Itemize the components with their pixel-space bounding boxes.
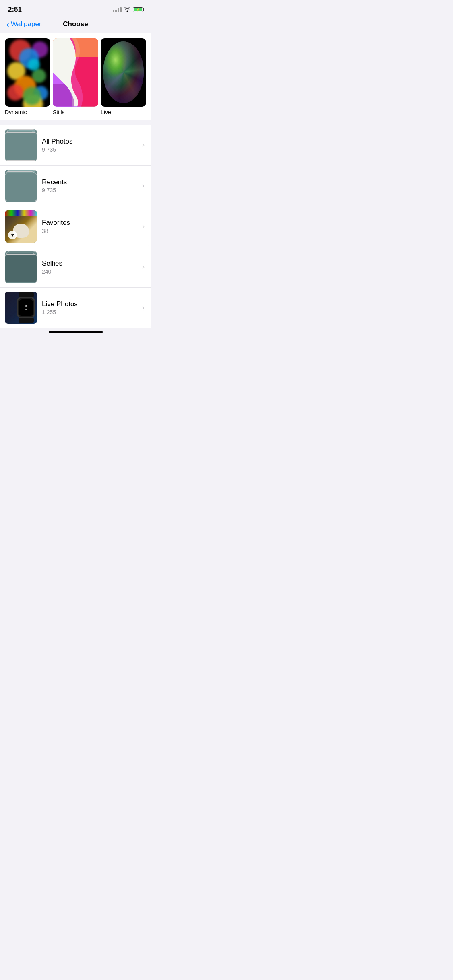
home-indicator [0, 328, 151, 336]
favorites-heart-icon: ♥ [8, 231, 17, 239]
live-photos-thumbnail: 10 09 [5, 292, 37, 324]
album-count-all-photos: 9,735 [42, 146, 137, 153]
wallpaper-categories: Dynamic [0, 33, 151, 120]
status-time: 2:51 [8, 6, 22, 14]
battery-icon: ⚡ [133, 7, 143, 12]
wifi-icon [124, 6, 130, 13]
status-bar: 2:51 ⚡ [0, 0, 151, 17]
category-stills[interactable]: Stills [53, 38, 98, 115]
album-count-recents: 9,735 [42, 187, 137, 194]
back-label: Wallpaper [11, 20, 41, 28]
favorites-thumbnail: ♥ [5, 210, 37, 243]
album-info-favorites: Favorites 38 [42, 219, 137, 234]
selfies-thumbnail [5, 251, 37, 283]
section-separator [0, 120, 151, 125]
recents-thumbnail [5, 170, 37, 202]
album-name-recents: Recents [42, 178, 137, 186]
album-row-selfies[interactable]: Selfies 240 › [0, 247, 151, 288]
album-info-all-photos: All Photos 9,735 [42, 138, 137, 153]
album-count-live-photos: 1,255 [42, 309, 137, 315]
page-title: Choose [63, 20, 88, 28]
dynamic-thumbnail [5, 38, 50, 107]
category-dynamic[interactable]: Dynamic [5, 38, 50, 115]
album-row-all-photos[interactable]: All Photos 9,735 › [0, 125, 151, 166]
live-label: Live [101, 109, 146, 115]
chevron-right-icon-favorites: › [142, 222, 145, 231]
back-button[interactable]: ‹ Wallpaper [6, 20, 41, 28]
album-row-live-photos[interactable]: 10 09 Live Photos 1,255 › [0, 288, 151, 328]
albums-list: All Photos 9,735 › Recents 9,735 › ♥ Fav… [0, 125, 151, 328]
album-row-favorites[interactable]: ♥ Favorites 38 › [0, 206, 151, 247]
chevron-right-icon-selfies: › [142, 263, 145, 271]
dynamic-label: Dynamic [5, 109, 50, 115]
album-count-favorites: 38 [42, 228, 137, 234]
album-info-recents: Recents 9,735 [42, 178, 137, 194]
album-name-live-photos: Live Photos [42, 300, 137, 308]
album-name-selfies: Selfies [42, 259, 137, 268]
stills-label: Stills [53, 109, 98, 115]
back-chevron-icon: ‹ [6, 20, 9, 28]
album-row-recents[interactable]: Recents 9,735 › [0, 166, 151, 206]
signal-icon [113, 7, 122, 12]
live-thumbnail [101, 38, 146, 107]
album-info-live-photos: Live Photos 1,255 [42, 300, 137, 315]
home-bar [49, 331, 103, 333]
album-info-selfies: Selfies 240 [42, 259, 137, 275]
album-count-selfies: 240 [42, 268, 137, 275]
stills-thumbnail [53, 38, 98, 107]
all-photos-thumbnail [5, 129, 37, 161]
album-name-favorites: Favorites [42, 219, 137, 227]
status-icons: ⚡ [113, 6, 143, 13]
nav-bar: ‹ Wallpaper Choose [0, 17, 151, 33]
category-live[interactable]: Live [101, 38, 146, 115]
chevron-right-icon-all-photos: › [142, 141, 145, 149]
album-name-all-photos: All Photos [42, 138, 137, 146]
chevron-right-icon-live-photos: › [142, 303, 145, 312]
chevron-right-icon-recents: › [142, 181, 145, 190]
